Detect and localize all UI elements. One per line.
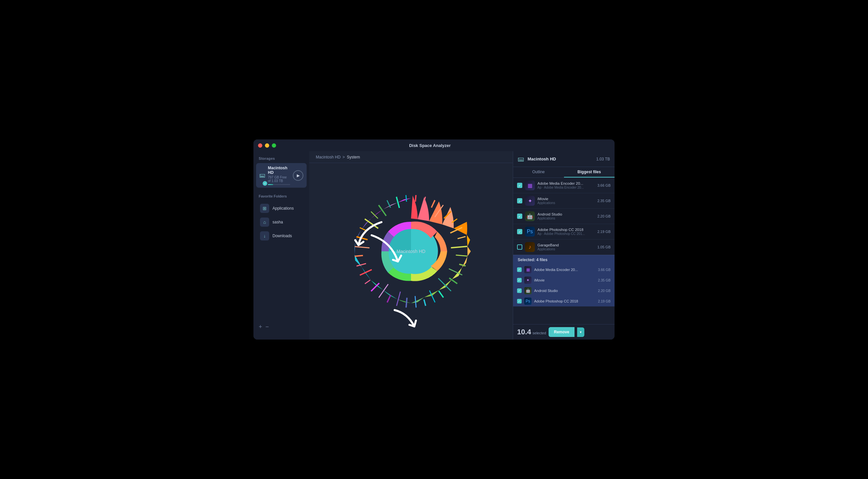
svg-rect-1 (415, 195, 416, 201)
file-name-garageband: GarageBand (537, 243, 595, 247)
sel-size-imovie: 2.35 GB (598, 278, 611, 282)
maximize-button[interactable] (272, 143, 276, 148)
svg-rect-33 (378, 205, 387, 216)
selected-item-photoshop: ✓ Ps Adobe Photoshop CC 2018 2.19 GB (513, 296, 615, 307)
center-header: Macintosh HD > System (309, 151, 513, 163)
sel-size-adobe-encoder: 3.66 GB (598, 268, 611, 272)
file-item-adobe-encoder[interactable]: ▦ Adobe Media Encoder 20... Ap · Adobe M… (513, 178, 615, 193)
applications-label: Applications (273, 206, 294, 211)
drive-progress-fill (268, 184, 273, 185)
files-list: ▦ Adobe Media Encoder 20... Ap · Adobe M… (513, 178, 615, 324)
breadcrumb-part2: System (347, 155, 360, 159)
file-size-imovie: 2.35 GB (597, 199, 611, 203)
remove-folder-button[interactable]: − (266, 323, 269, 330)
sel-icon-adobe-encoder: ▦ (524, 266, 531, 273)
sidebar-item-downloads[interactable]: ↓ Downloads (259, 229, 304, 243)
downloads-label: Downloads (273, 233, 292, 238)
tab-outline[interactable]: Outline (513, 167, 564, 178)
breadcrumb-separator: > (342, 155, 345, 159)
file-info-imovie: iMovie Applications (537, 197, 595, 205)
downloads-folder-icon: ↓ (260, 231, 269, 241)
svg-rect-10 (456, 255, 467, 257)
favorite-folders-label: Favorite Folders (259, 194, 304, 198)
garageband-icon: ♪ (525, 242, 535, 252)
hd-icon: 🖴 (518, 155, 524, 163)
file-item-android-studio[interactable]: 🤖 Android Studio Applications 2.20 GB (513, 209, 615, 224)
drive-name: Macintosh HD (268, 166, 290, 175)
play-button[interactable]: ▶ (293, 170, 303, 181)
svg-rect-34 (386, 200, 391, 208)
traffic-lights (258, 143, 276, 148)
hd-name: Macintosh HD (528, 157, 593, 161)
minimize-button[interactable] (265, 143, 269, 148)
sidebar: Storages 🖴 Macintosh HD 797 GB Free of 1… (253, 151, 309, 340)
file-checkbox-imovie[interactable] (517, 198, 522, 203)
file-name-photoshop: Adobe Photoshop CC 2018 (537, 228, 595, 232)
svg-rect-29 (356, 236, 368, 241)
svg-rect-20 (396, 291, 401, 306)
svg-rect-35 (396, 196, 400, 208)
file-item-photoshop[interactable]: Ps Adobe Photoshop CC 2018 Ap · Adobe Ph… (513, 224, 615, 240)
sasha-folder-icon: ⌂ (260, 218, 269, 227)
file-item-garageband[interactable]: ♪ GarageBand Applications 1.05 GB (513, 240, 615, 255)
selected-item-adobe-encoder: ✓ ▦ Adobe Media Encoder 20... 3.66 GB (513, 264, 615, 275)
drive-item[interactable]: 🖴 Macintosh HD 797 GB Free of 1.03 TB ✓ … (256, 163, 307, 188)
file-name-adobe-encoder: Adobe Media Encoder 20... (537, 182, 595, 185)
file-checkbox-photoshop[interactable] (517, 229, 522, 234)
file-sub-adobe-encoder: Ap · Adobe Media Encoder 20... (537, 186, 595, 189)
chart-area: Macintosh HD (309, 163, 513, 340)
drive-progress-bar (268, 184, 290, 185)
bottom-bar: 10.4 selected Remove ▾ (513, 324, 615, 340)
sidebar-item-applications[interactable]: ⊞ Applications (259, 201, 304, 215)
file-checkbox-android-studio[interactable] (517, 214, 522, 219)
file-info-android-studio: Android Studio Applications (537, 212, 595, 220)
file-size-android-studio: 2.20 GB (597, 214, 611, 218)
svg-rect-27 (354, 255, 363, 257)
file-sub-photoshop: Ap · Adobe Photoshop CC 201... (537, 232, 595, 235)
sel-icon-photoshop: Ps (524, 297, 531, 305)
file-sub-android-studio: Applications (537, 217, 595, 220)
android-studio-icon: 🤖 (525, 211, 535, 221)
drive-info: Macintosh HD 797 GB Free of 1.03 TB (268, 166, 290, 185)
svg-rect-24 (365, 280, 371, 284)
hd-size: 1.03 TB (596, 157, 610, 161)
selected-item-imovie: ✓ ✦ iMovie 2.35 GB (513, 275, 615, 285)
main-content: Storages 🖴 Macintosh HD 797 GB Free of 1… (253, 151, 615, 340)
close-button[interactable] (258, 143, 262, 148)
file-name-android-studio: Android Studio (537, 212, 595, 216)
sidebar-item-sasha[interactable]: ⌂ sasha (259, 215, 304, 229)
file-item-imovie[interactable]: ✦ iMovie Applications 2.35 GB (513, 193, 615, 209)
file-info-adobe-encoder: Adobe Media Encoder 20... Ap · Adobe Med… (537, 182, 595, 189)
breadcrumb-part1: Macintosh HD (316, 155, 340, 159)
sel-checkbox-adobe-encoder[interactable]: ✓ (517, 267, 522, 272)
file-checkbox-garageband[interactable] (517, 245, 522, 250)
storages-label: Storages (253, 157, 309, 163)
svg-rect-8 (457, 236, 466, 239)
right-header: 🖴 Macintosh HD 1.03 TB (513, 151, 615, 167)
tab-biggest-files[interactable]: Biggest files (564, 167, 615, 178)
file-sub-imovie: Applications (537, 201, 595, 205)
sel-checkbox-android-studio[interactable]: ✓ (517, 288, 522, 293)
remove-button[interactable]: Remove (549, 327, 575, 337)
sel-size-android-studio: 2.20 GB (598, 289, 611, 293)
right-panel: 🖴 Macintosh HD 1.03 TB Outline Biggest f… (513, 151, 615, 340)
svg-rect-17 (423, 299, 426, 306)
imovie-icon: ✦ (525, 196, 535, 206)
svg-rect-3 (431, 200, 435, 208)
favorite-section: Favorite Folders ⊞ Applications ⌂ sasha … (253, 194, 309, 243)
file-checkbox-adobe-encoder[interactable] (517, 183, 522, 188)
sel-checkbox-imovie[interactable]: ✓ (517, 278, 522, 283)
svg-rect-19 (405, 297, 408, 308)
sunburst-chart[interactable]: Macintosh HD (345, 186, 477, 317)
sel-checkbox-photoshop[interactable]: ✓ (517, 299, 522, 304)
add-folder-button[interactable]: + (259, 323, 262, 330)
file-sub-garageband: Applications (537, 247, 595, 251)
svg-rect-32 (371, 211, 378, 219)
sel-name-adobe-encoder: Adobe Media Encoder 20... (534, 268, 595, 272)
drive-icon: 🖴 (259, 172, 265, 179)
remove-dropdown-button[interactable]: ▾ (577, 327, 584, 337)
sel-icon-imovie: ✦ (524, 277, 531, 284)
sel-name-imovie: iMovie (534, 278, 595, 282)
sel-icon-android-studio: 🤖 (524, 287, 531, 294)
adobe-encoder-icon: ▦ (525, 181, 535, 190)
